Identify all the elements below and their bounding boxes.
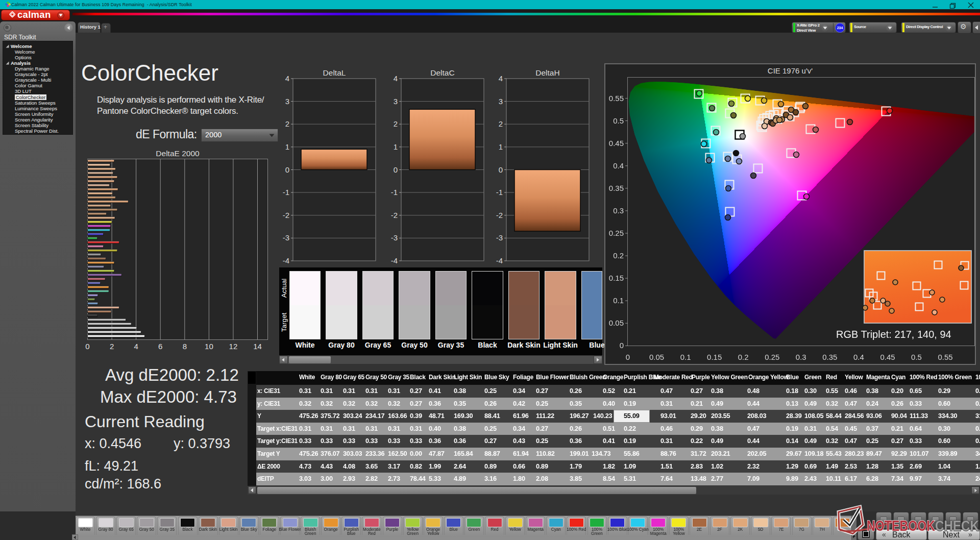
svg-text:NOTEBOOK: NOTEBOOK: [867, 518, 935, 534]
svg-text:CHECK: CHECK: [935, 518, 979, 534]
